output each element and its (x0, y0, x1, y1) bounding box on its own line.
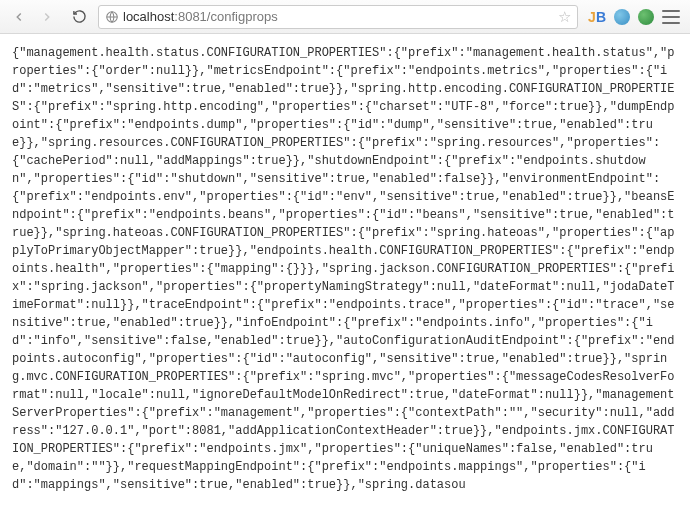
arrow-right-icon (40, 10, 54, 24)
forward-button[interactable] (34, 5, 60, 29)
extension-green-icon[interactable] (638, 9, 654, 25)
hamburger-line-icon (662, 16, 680, 18)
extension-blue-icon[interactable] (614, 9, 630, 25)
back-button[interactable] (6, 5, 32, 29)
browser-toolbar: localhost:8081/configprops ☆ JB (0, 0, 690, 34)
hamburger-line-icon (662, 10, 680, 12)
arrow-left-icon (12, 10, 26, 24)
hamburger-line-icon (662, 22, 680, 24)
reload-icon (72, 9, 87, 24)
jb-extension-icon[interactable]: JB (588, 9, 606, 25)
bookmark-star-icon[interactable]: ☆ (558, 8, 571, 26)
url-path: /configprops (207, 9, 278, 24)
globe-icon (105, 10, 119, 24)
url-port: :8081 (174, 9, 207, 24)
hamburger-menu-button[interactable] (662, 10, 680, 24)
page-body: {"management.health.status.CONFIGURATION… (0, 34, 690, 506)
extensions: JB (584, 9, 684, 25)
nav-buttons (6, 5, 60, 29)
reload-button[interactable] (66, 5, 92, 29)
address-bar[interactable]: localhost:8081/configprops ☆ (98, 5, 578, 29)
url-text: localhost:8081/configprops (123, 9, 278, 24)
url-host: localhost (123, 9, 174, 24)
